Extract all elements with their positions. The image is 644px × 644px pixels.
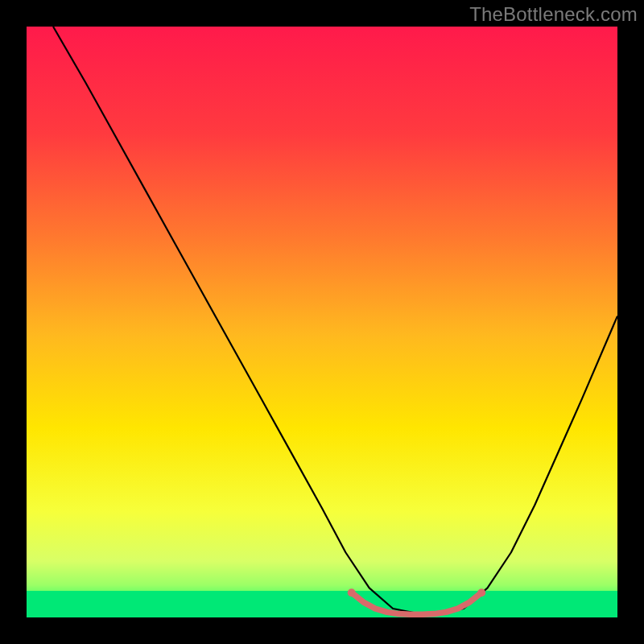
watermark-text: TheBottleneck.com (469, 3, 638, 26)
chart-svg (0, 0, 644, 644)
plot-background (27, 27, 617, 617)
chart-canvas: TheBottleneck.com (0, 0, 644, 644)
sweet-spot-dot (477, 588, 485, 597)
sweet-spot-dot (348, 588, 356, 597)
green-band (27, 591, 617, 617)
